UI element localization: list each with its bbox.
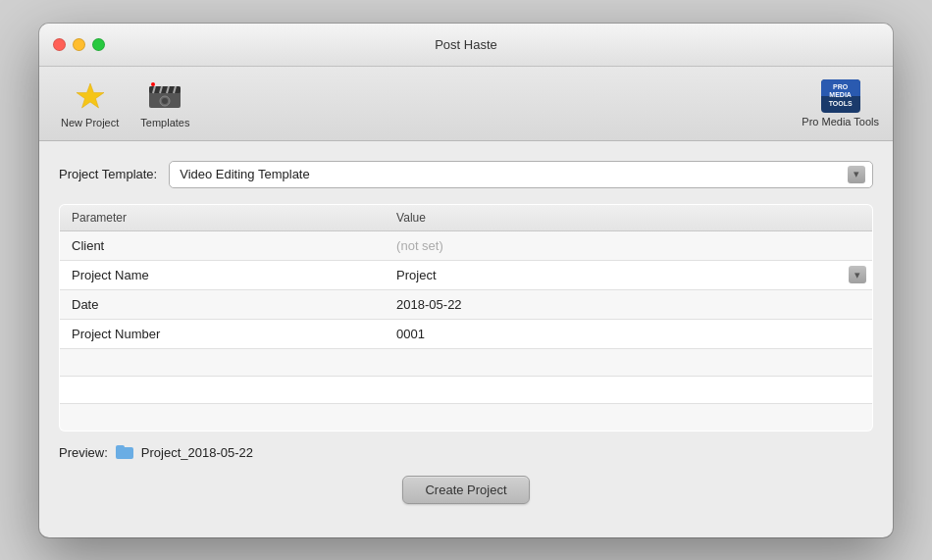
svg-point-8	[162, 98, 168, 104]
param-cell: Project Number	[60, 319, 386, 348]
empty-table-row	[60, 348, 873, 376]
pro-media-label: Pro Media Tools	[802, 116, 879, 127]
param-cell: Date	[60, 289, 386, 319]
empty-param-cell	[60, 348, 386, 376]
window-title: Post Haste	[435, 37, 497, 52]
content-area: Project Template: Video Editing Template…	[39, 141, 893, 537]
film-icon	[147, 80, 182, 112]
close-button[interactable]	[53, 38, 66, 51]
empty-param-cell	[60, 403, 386, 431]
new-project-label: New Project	[61, 117, 119, 128]
empty-param-cell	[60, 376, 386, 403]
table-row: Date2018-05-22	[60, 289, 873, 319]
star-icon	[74, 79, 107, 113]
folder-icon	[116, 445, 133, 459]
empty-table-row	[60, 376, 873, 403]
empty-value-cell	[385, 403, 872, 431]
svg-marker-0	[77, 83, 104, 108]
table-row: Client(not set)	[60, 230, 873, 260]
value-cell: 2018-05-22	[385, 289, 872, 319]
col-value-header: Value	[385, 204, 872, 230]
col-parameter-header: Parameter	[60, 204, 386, 230]
param-cell: Client	[60, 230, 386, 260]
template-dropdown[interactable]: Video Editing Template	[169, 161, 873, 188]
new-project-button[interactable]: New Project	[53, 75, 127, 132]
pro-media-tools-button[interactable]: PROMEDIATOOLS Pro Media Tools	[802, 79, 879, 127]
not-set-value: (not set)	[396, 238, 443, 253]
template-dropdown-wrapper: Video Editing Template	[169, 161, 873, 188]
table-header-row: Parameter Value	[60, 204, 873, 230]
preview-path: Project_2018-05-22	[141, 445, 253, 460]
value-cell[interactable]: Project	[385, 260, 872, 289]
empty-value-cell	[385, 376, 872, 403]
templates-button[interactable]: Templates	[132, 75, 197, 132]
preview-row: Preview: Project_2018-05-22	[59, 445, 873, 460]
app-window: Post Haste New Project	[39, 24, 893, 537]
new-project-icon	[73, 78, 108, 114]
project-template-label: Project Template:	[59, 167, 157, 181]
project-template-row: Project Template: Video Editing Template	[59, 161, 873, 188]
empty-value-cell	[385, 348, 872, 376]
footer: Create Project	[59, 476, 873, 522]
value-cell: (not set)	[385, 230, 872, 260]
templates-label: Templates	[140, 117, 189, 128]
table-row: Project NameProject	[60, 260, 873, 289]
svg-point-9	[151, 82, 155, 86]
value-cell: 0001	[385, 319, 872, 348]
param-cell: Project Name	[60, 260, 386, 289]
traffic-lights	[53, 38, 105, 51]
preview-label: Preview:	[59, 445, 108, 460]
toolbar: New Project	[39, 67, 893, 141]
parameters-table: Parameter Value Client(not set)Project N…	[59, 204, 873, 432]
maximize-button[interactable]	[92, 38, 105, 51]
pro-media-icon: PROMEDIATOOLS	[821, 79, 860, 113]
value-dropdown-arrow-icon	[849, 266, 866, 283]
empty-table-row	[60, 403, 873, 431]
templates-icon	[147, 78, 182, 114]
minimize-button[interactable]	[73, 38, 85, 51]
create-project-button[interactable]: Create Project	[402, 476, 529, 504]
pro-media-icon-text: PROMEDIATOOLS	[829, 83, 853, 108]
titlebar: Post Haste	[39, 24, 893, 67]
table-row: Project Number0001	[60, 319, 873, 348]
